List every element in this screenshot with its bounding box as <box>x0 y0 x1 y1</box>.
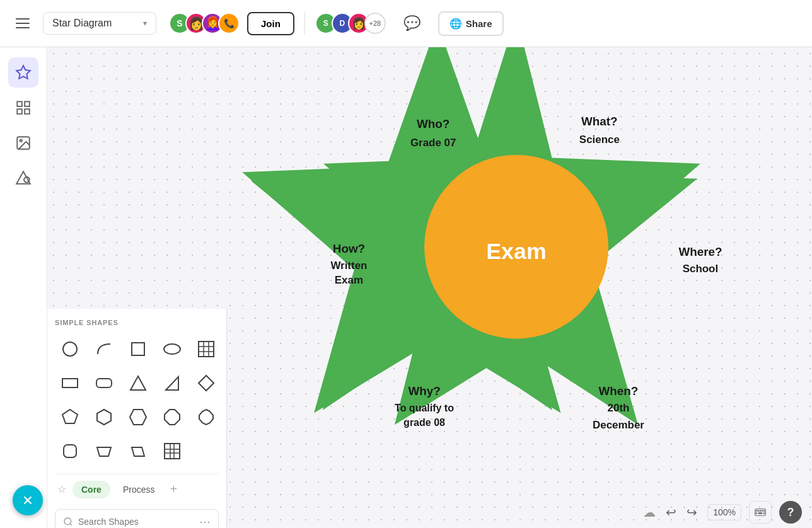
redo-button[interactable]: ↪ <box>684 502 700 522</box>
svg-text:Exam: Exam <box>335 274 363 286</box>
shape-octagon[interactable] <box>157 402 187 432</box>
svg-rect-21 <box>17 109 22 114</box>
svg-line-54 <box>70 524 72 525</box>
svg-rect-45 <box>64 445 76 457</box>
svg-rect-48 <box>165 444 180 459</box>
sidebar-item-image[interactable] <box>8 128 38 158</box>
svg-point-57 <box>756 510 757 512</box>
more-collaborators-badge[interactable]: +28 <box>364 13 386 34</box>
menu-line <box>16 18 30 20</box>
cloud-save-icon[interactable]: ☁ <box>643 505 656 520</box>
svg-text:What?: What? <box>581 115 618 128</box>
svg-point-62 <box>756 513 757 514</box>
keyboard-button[interactable] <box>749 501 772 524</box>
help-button[interactable]: ? <box>779 501 802 524</box>
close-icon <box>21 493 35 507</box>
shape-pentagon[interactable] <box>55 402 85 432</box>
shape-hexagon2[interactable] <box>123 402 153 432</box>
svg-marker-41 <box>97 410 111 425</box>
svg-rect-19 <box>17 101 22 106</box>
diagram-dropdown[interactable]: Star Diagram ▾ <box>43 12 156 35</box>
bottombar: ☁ ↩ ↪ 100% ? <box>633 496 812 528</box>
svg-rect-30 <box>199 341 214 357</box>
chat-button[interactable]: 💬 <box>393 10 431 37</box>
shape-hexagon[interactable] <box>89 402 119 432</box>
shape-rounded-rect[interactable] <box>89 368 119 398</box>
shapes-grid <box>55 334 219 466</box>
share-button[interactable]: 🌐 Share <box>438 11 504 36</box>
sidebar-item-shapes[interactable] <box>8 163 38 193</box>
svg-point-64 <box>763 513 765 514</box>
svg-text:Written: Written <box>330 260 367 272</box>
svg-marker-44 <box>199 410 213 425</box>
sidebar-item-grid[interactable] <box>8 93 38 123</box>
svg-marker-43 <box>165 410 180 425</box>
shape-rect[interactable] <box>55 368 85 398</box>
left-sidebar <box>0 47 47 528</box>
svg-marker-38 <box>166 377 178 390</box>
svg-text:School: School <box>683 263 718 275</box>
avatar-phone[interactable]: 📞 <box>218 13 240 34</box>
svg-point-61 <box>763 510 765 512</box>
svg-text:Who?: Who? <box>417 117 450 130</box>
svg-marker-37 <box>130 376 146 390</box>
svg-point-59 <box>760 510 761 512</box>
search-shapes-row: ⋯ <box>55 509 219 528</box>
shape-decagon[interactable] <box>191 402 221 432</box>
join-button[interactable]: Join <box>247 12 294 35</box>
svg-point-53 <box>64 518 71 525</box>
svg-text:20th: 20th <box>608 403 630 415</box>
svg-text:Science: Science <box>579 134 620 146</box>
svg-rect-20 <box>25 101 30 106</box>
svg-point-24 <box>20 140 22 142</box>
sidebar-item-star[interactable] <box>8 57 38 88</box>
shape-square[interactable] <box>123 334 153 364</box>
search-input[interactable] <box>78 517 194 527</box>
menu-line <box>16 23 30 24</box>
shape-right-triangle[interactable] <box>157 368 187 398</box>
shapes-panel: SIMPLE SHAPES <box>47 309 227 528</box>
svg-text:When?: When? <box>599 384 639 398</box>
close-fab-button[interactable] <box>13 485 43 515</box>
shape-circle[interactable] <box>55 334 85 364</box>
menu-line <box>16 27 30 28</box>
topbar: Star Diagram ▾ S 👩 👩‍🦰 📞 Join S D 👩 +28 … <box>0 0 812 47</box>
tab-process[interactable]: Process <box>114 481 164 498</box>
svg-rect-22 <box>25 109 30 114</box>
favorites-icon[interactable]: ☆ <box>55 481 69 498</box>
svg-rect-63 <box>758 513 762 514</box>
svg-marker-47 <box>132 447 144 456</box>
globe-icon: 🌐 <box>450 18 462 30</box>
svg-point-58 <box>758 510 759 512</box>
svg-marker-40 <box>62 410 78 423</box>
more-options-icon[interactable]: ⋯ <box>199 515 211 528</box>
svg-rect-36 <box>96 379 112 387</box>
menu-button[interactable] <box>10 11 35 36</box>
shape-trapezoid[interactable] <box>89 436 119 466</box>
shapes-section-label: SIMPLE SHAPES <box>55 319 219 326</box>
shape-triangle[interactable] <box>123 368 153 398</box>
shape-ellipse[interactable] <box>157 334 187 364</box>
shape-table[interactable] <box>191 334 221 364</box>
shape-rounded-square[interactable] <box>55 436 85 466</box>
svg-text:Grade    07: Grade 07 <box>410 137 456 149</box>
shape-arc[interactable] <box>89 334 119 364</box>
shape-grid[interactable] <box>157 436 187 466</box>
undo-redo-group: ↩ ↪ <box>663 502 700 522</box>
shape-diamond[interactable] <box>191 368 221 398</box>
svg-rect-28 <box>132 343 144 355</box>
zoom-level[interactable]: 100% <box>707 504 741 520</box>
svg-rect-35 <box>62 379 78 387</box>
svg-marker-18 <box>16 66 30 79</box>
shape-parallelogram[interactable] <box>123 436 153 466</box>
tab-core[interactable]: Core <box>72 481 110 498</box>
diagram-name: Star Diagram <box>52 18 138 29</box>
collaborators-left: S 👩 👩‍🦰 📞 <box>169 13 240 34</box>
undo-button[interactable]: ↩ <box>663 502 679 522</box>
svg-marker-42 <box>130 410 146 425</box>
chat-icon: 💬 <box>403 15 420 32</box>
svg-text:grade  08: grade 08 <box>403 417 445 428</box>
shape-tabs: ☆ Core Process + <box>55 474 219 504</box>
add-tab-icon[interactable]: + <box>167 479 180 499</box>
svg-text:To qualify to: To qualify to <box>395 403 454 414</box>
